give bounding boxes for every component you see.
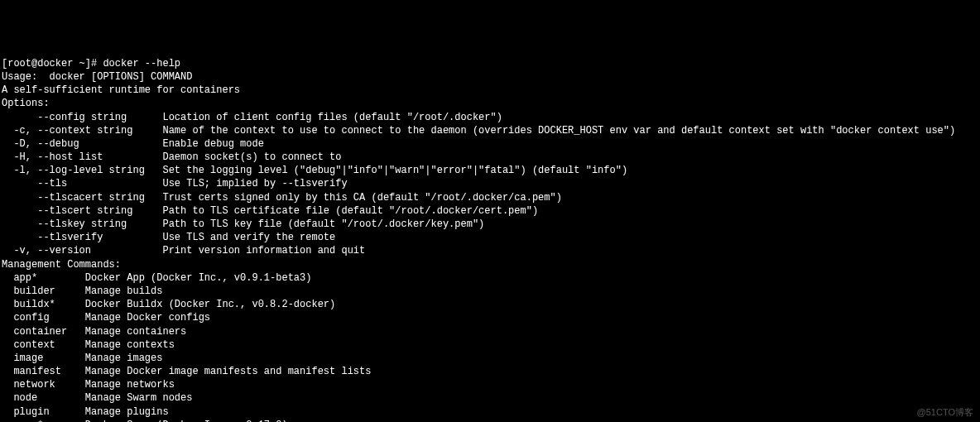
option-line: --config string Location of client confi… bbox=[2, 111, 978, 124]
option-line: -l, --log-level string Set the logging l… bbox=[2, 164, 978, 177]
terminal-output[interactable]: [root@docker ~]# docker --helpUsage: doc… bbox=[2, 57, 978, 422]
option-line: --tls Use TLS; implied by --tlsverify bbox=[2, 177, 978, 190]
option-line: --tlscacert string Trust certs signed on… bbox=[2, 191, 978, 204]
mgmt-line: scan* Docker Scan (Docker Inc., v0.17.0) bbox=[2, 419, 978, 422]
mgmt-line: buildx* Docker Buildx (Docker Inc., v0.8… bbox=[2, 298, 978, 311]
mgmt-line: node Manage Swarm nodes bbox=[2, 391, 978, 405]
prompt-line: [root@docker ~]# docker --help bbox=[2, 57, 978, 70]
mgmt-line: network Manage networks bbox=[2, 378, 978, 391]
mgmt-line: builder Manage builds bbox=[2, 285, 978, 298]
option-line: -H, --host list Daemon socket(s) to conn… bbox=[2, 151, 978, 164]
mgmt-line: image Manage images bbox=[2, 352, 978, 365]
option-line: --tlskey string Path to TLS key file (de… bbox=[2, 218, 978, 231]
mgmt-line: manifest Manage Docker image manifests a… bbox=[2, 365, 978, 378]
option-line: -c, --context string Name of the context… bbox=[2, 124, 978, 137]
watermark: @51CTO博客 bbox=[917, 406, 973, 419]
mgmt-line: context Manage contexts bbox=[2, 338, 978, 352]
mgmt-line: container Manage containers bbox=[2, 325, 978, 338]
options-header: Options: bbox=[2, 97, 978, 110]
mgmt-line: config Manage Docker configs bbox=[2, 311, 978, 324]
mgmt-header: Management Commands: bbox=[2, 258, 978, 271]
option-line: -v, --version Print version information … bbox=[2, 244, 978, 257]
mgmt-line: app* Docker App (Docker Inc., v0.9.1-bet… bbox=[2, 271, 978, 285]
usage-line: Usage: docker [OPTIONS] COMMAND bbox=[2, 70, 978, 84]
option-line: --tlscert string Path to TLS certificate… bbox=[2, 204, 978, 218]
option-line: --tlsverify Use TLS and verify the remot… bbox=[2, 231, 978, 244]
option-line: -D, --debug Enable debug mode bbox=[2, 137, 978, 151]
tagline: A self-sufficient runtime for containers bbox=[2, 84, 978, 97]
mgmt-line: plugin Manage plugins bbox=[2, 405, 978, 419]
